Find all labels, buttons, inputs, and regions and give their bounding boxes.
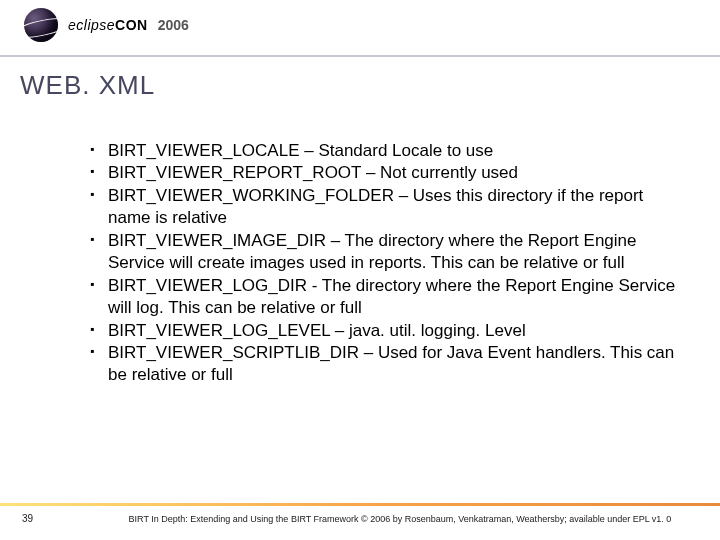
header-logo: eclipseCON 2006 — [24, 8, 189, 42]
brand-text: eclipseCON — [68, 17, 148, 33]
slide-title: WEB. XML — [20, 70, 155, 101]
bullet-list: BIRT_VIEWER_LOCALE – Standard Locale to … — [90, 140, 680, 387]
bullet-item: BIRT_VIEWER_WORKING_FOLDER – Uses this d… — [90, 185, 680, 230]
bullet-item: BIRT_VIEWER_SCRIPTLIB_DIR – Used for Jav… — [90, 342, 680, 387]
header-divider — [0, 55, 720, 57]
slide-body: BIRT_VIEWER_LOCALE – Standard Locale to … — [90, 140, 680, 387]
bullet-item: BIRT_VIEWER_IMAGE_DIR – The directory wh… — [90, 230, 680, 275]
slide: eclipseCON 2006 WEB. XML BIRT_VIEWER_LOC… — [0, 0, 720, 540]
brand-year: 2006 — [158, 17, 189, 33]
brand-con: CON — [115, 17, 148, 33]
bullet-item: BIRT_VIEWER_LOCALE – Standard Locale to … — [90, 140, 680, 162]
page-number: 39 — [22, 513, 33, 524]
footer-divider — [0, 503, 720, 506]
bullet-item: BIRT_VIEWER_LOG_LEVEL – java. util. logg… — [90, 320, 680, 342]
bullet-item: BIRT_VIEWER_REPORT_ROOT – Not currently … — [90, 162, 680, 184]
eclipse-logo-icon — [24, 8, 58, 42]
footer-text: BIRT In Depth: Extending and Using the B… — [100, 514, 700, 524]
brand-eclipse: eclipse — [68, 17, 115, 33]
bullet-item: BIRT_VIEWER_LOG_DIR - The directory wher… — [90, 275, 680, 320]
